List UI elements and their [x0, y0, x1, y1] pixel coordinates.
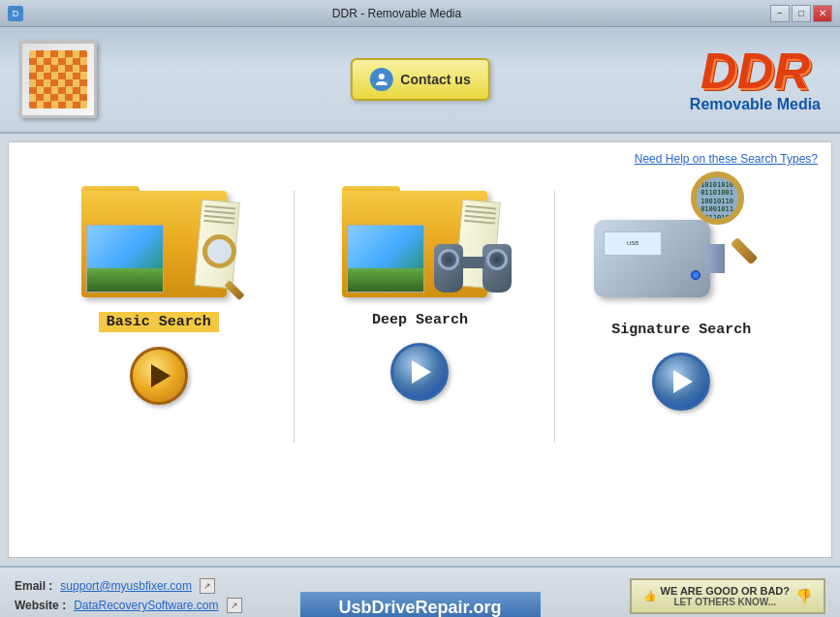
signature-search-icon: USB 10101010 01101001 10010110 01001011 … — [594, 171, 768, 307]
hdd-magnifier: 10101010 01101001 10010110 01001011 1011… — [691, 171, 768, 249]
restore-button[interactable]: □ — [792, 5, 811, 22]
header: Contact us DDR Removable Media — [0, 27, 840, 134]
thumb-down-icon: 👎 — [795, 588, 812, 603]
basic-search-icon — [81, 171, 236, 297]
email-row: Email : support@myusbfixer.com ↗ — [15, 578, 242, 594]
brand-ddr-text: DDR — [690, 46, 821, 96]
folder-image-2 — [347, 225, 424, 293]
close-button[interactable]: ✕ — [813, 5, 832, 22]
contact-icon — [369, 68, 392, 91]
hdd-mag-handle — [731, 237, 758, 264]
mag-handle — [224, 280, 244, 300]
website-row: Website : DataRecoverySoftware.com ↗ — [15, 598, 242, 613]
titlebar-title: DDR - Removable Media — [23, 7, 770, 20]
signature-search-play-button[interactable] — [652, 353, 710, 411]
footer-info: Email : support@myusbfixer.com ↗ Website… — [15, 578, 242, 613]
folder-image — [86, 225, 164, 293]
search-container: Basic Search — [9, 142, 831, 557]
play-triangle-icon-2 — [412, 360, 431, 384]
website-external-link-icon[interactable]: ↗ — [227, 598, 242, 613]
magnifier-icon — [198, 234, 251, 288]
signature-search-card: USB 10101010 01101001 10010110 01001011 … — [575, 171, 788, 411]
minimize-button[interactable]: − — [770, 5, 790, 22]
website-key-label: Website : — [15, 599, 66, 612]
hdd-mag-glass: 10101010 01101001 10010110 01001011 1011… — [691, 171, 744, 225]
bino-lens-right — [486, 249, 508, 270]
rating-line2: LET OTHERS KNOW... — [661, 597, 790, 607]
contact-button[interactable]: Contact us — [350, 58, 489, 101]
logo-checker-pattern — [29, 50, 87, 108]
signature-search-label: Signature Search — [611, 322, 751, 338]
bino-right — [482, 244, 512, 293]
deep-search-card: Deep Search — [313, 171, 526, 401]
bino-left — [434, 244, 463, 293]
play-triangle-icon — [151, 364, 171, 387]
footer: Email : support@myusbfixer.com ↗ Website… — [0, 566, 840, 617]
contact-label: Contact us — [400, 72, 470, 87]
deep-search-label: Deep Search — [372, 312, 468, 328]
footer-center-text: UsbDriveRepair.org — [299, 592, 540, 617]
rating-button[interactable]: 👍 WE ARE GOOD OR BAD? LET OTHERS KNOW...… — [630, 578, 825, 614]
binoculars-icon — [434, 230, 512, 293]
titlebar-app-icon: D — [8, 6, 23, 21]
titlebar: D DDR - Removable Media − □ ✕ — [0, 0, 840, 27]
basic-search-card: Basic Search — [52, 171, 265, 405]
hdd-label-text: USB — [627, 240, 638, 247]
deep-search-icon — [342, 171, 497, 297]
email-external-link-icon[interactable]: ↗ — [200, 578, 215, 594]
bino-lens-left — [438, 249, 459, 270]
email-link[interactable]: support@myusbfixer.com — [60, 579, 192, 593]
website-link[interactable]: DataRecoverySoftware.com — [74, 599, 218, 612]
brand-area: DDR Removable Media — [690, 46, 821, 113]
brand-sub-text: Removable Media — [690, 96, 821, 113]
thumb-icon: 👍 — [643, 590, 657, 602]
mag-glass — [202, 234, 236, 268]
hdd-mag-text: 10101010 01101001 10010110 01001011 1011… — [697, 177, 738, 225]
basic-search-label: Basic Search — [99, 312, 219, 332]
hdd-label: USB — [604, 231, 662, 256]
bino-bridge — [461, 257, 484, 268]
play-triangle-icon-3 — [673, 370, 693, 393]
help-link[interactable]: Need Help on these Search Types? — [635, 152, 818, 166]
titlebar-controls: − □ ✕ — [770, 5, 832, 22]
header-contact: Contact us — [350, 58, 489, 101]
main-content: Need Help on these Search Types? Basic S… — [8, 141, 832, 558]
rating-line1: WE ARE GOOD OR BAD? — [661, 585, 790, 597]
email-key-label: Email : — [15, 579, 52, 593]
deep-search-play-button[interactable] — [390, 343, 449, 401]
app-logo — [19, 41, 97, 118]
basic-search-play-button[interactable] — [130, 347, 188, 405]
svg-point-0 — [378, 74, 384, 79]
hdd-led — [691, 270, 700, 280]
